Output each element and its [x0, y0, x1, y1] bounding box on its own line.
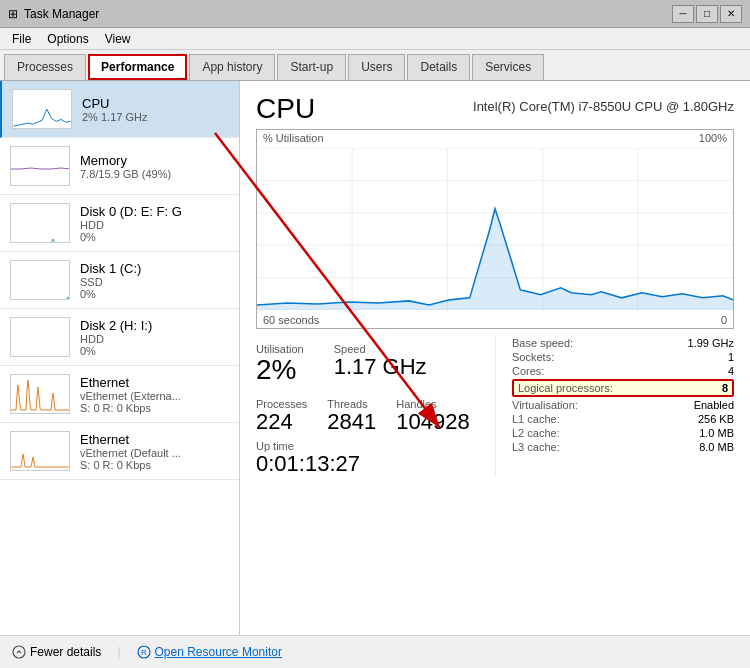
fewer-details-label: Fewer details	[30, 645, 101, 659]
tab-services[interactable]: Services	[472, 54, 544, 80]
processes-label: Processes	[256, 398, 307, 410]
svg-rect-3	[11, 261, 70, 300]
resource-monitor-icon: R	[137, 645, 151, 659]
tab-app-history[interactable]: App history	[189, 54, 275, 80]
threads-label: Threads	[327, 398, 376, 410]
app-icon: ⊞	[8, 7, 18, 21]
minimize-button[interactable]: ─	[672, 5, 694, 23]
logical-processors-value: 8	[722, 382, 728, 394]
disk2-label: Disk 2 (H: I:)	[80, 318, 229, 333]
uptime-value: 0:01:13:27	[256, 452, 479, 476]
tab-users[interactable]: Users	[348, 54, 405, 80]
logical-processors-label: Logical processors:	[518, 382, 613, 394]
svg-rect-0	[14, 90, 71, 128]
l2-cache-label: L2 cache:	[512, 427, 560, 439]
sidebar-item-memory[interactable]: Memory 7.8/15.9 GB (49%)	[0, 138, 239, 195]
sidebar-item-disk2[interactable]: Disk 2 (H: I:) HDD0%	[0, 309, 239, 366]
svg-rect-1	[11, 147, 70, 186]
tab-performance[interactable]: Performance	[88, 54, 187, 80]
svg-marker-17	[257, 209, 733, 310]
disk2-sub: HDD0%	[80, 333, 229, 357]
sidebar: CPU 2% 1.17 GHz Memory 7.8/15.9 GB (49%)	[0, 81, 240, 635]
open-resource-monitor-label: Open Resource Monitor	[155, 645, 282, 659]
chart-x-label: 60 seconds	[263, 314, 319, 326]
eth1-label: Ethernet	[80, 432, 229, 447]
processes-value: 224	[256, 410, 307, 434]
tab-startup[interactable]: Start-up	[277, 54, 346, 80]
disk1-sub: SSD0%	[80, 276, 229, 300]
svg-point-20	[13, 646, 25, 658]
content-area: CPU Intel(R) Core(TM) i7-8550U CPU @ 1.8…	[240, 81, 750, 635]
chart-y-label: % Utilisation	[263, 132, 324, 144]
svg-text:R: R	[141, 648, 147, 657]
l1-cache-label: L1 cache:	[512, 413, 560, 425]
memory-usage: 7.8/15.9 GB (49%)	[80, 168, 229, 180]
tab-bar: Processes Performance App history Start-…	[0, 50, 750, 81]
chart-x-right: 0	[721, 314, 727, 326]
disk0-label: Disk 0 (D: E: F: G	[80, 204, 229, 219]
sidebar-item-disk0[interactable]: Disk 0 (D: E: F: G HDD0%	[0, 195, 239, 252]
eth1-sub: vEthernet (Default ...S: 0 R: 0 Kbps	[80, 447, 229, 471]
close-button[interactable]: ✕	[720, 5, 742, 23]
maximize-button[interactable]: □	[696, 5, 718, 23]
title-bar: ⊞ Task Manager ─ □ ✕	[0, 0, 750, 28]
menu-bar: File Options View	[0, 28, 750, 50]
sidebar-item-disk1[interactable]: Disk 1 (C:) SSD0%	[0, 252, 239, 309]
content-subtitle: Intel(R) Core(TM) i7-8550U CPU @ 1.80GHz	[473, 99, 734, 114]
handles-value: 104928	[396, 410, 469, 434]
app-title: Task Manager	[24, 7, 99, 21]
l2-cache-value: 1.0 MB	[699, 427, 734, 439]
svg-rect-2	[11, 204, 70, 243]
cpu-label: CPU	[82, 96, 229, 111]
l3-cache-label: L3 cache:	[512, 441, 560, 453]
chart-y-max: 100%	[699, 132, 727, 144]
base-speed-value: 1.99 GHz	[688, 337, 734, 349]
cpu-usage: 2% 1.17 GHz	[82, 111, 229, 123]
chevron-icon	[12, 645, 26, 659]
cores-value: 4	[728, 365, 734, 377]
l1-cache-value: 256 KB	[698, 413, 734, 425]
sidebar-item-eth1[interactable]: Ethernet vEthernet (Default ...S: 0 R: 0…	[0, 423, 239, 480]
menu-options[interactable]: Options	[39, 30, 96, 47]
svg-rect-6	[11, 432, 70, 471]
open-resource-monitor-link[interactable]: R Open Resource Monitor	[137, 645, 282, 659]
bottom-bar: Fewer details | R Open Resource Monitor	[0, 635, 750, 667]
memory-label: Memory	[80, 153, 229, 168]
base-speed-label: Base speed:	[512, 337, 573, 349]
menu-file[interactable]: File	[4, 30, 39, 47]
utilisation-value: 2%	[256, 355, 304, 386]
svg-rect-4	[11, 318, 70, 357]
sockets-value: 1	[728, 351, 734, 363]
content-title: CPU	[256, 93, 315, 125]
threads-value: 2841	[327, 410, 376, 434]
handles-label: Handles	[396, 398, 469, 410]
virtualisation-value: Enabled	[694, 399, 734, 411]
eth0-sub: vEthernet (Externa...S: 0 R: 0 Kbps	[80, 390, 229, 414]
speed-value: 1.17 GHz	[334, 355, 427, 379]
tab-details[interactable]: Details	[407, 54, 470, 80]
disk0-sub: HDD0%	[80, 219, 229, 243]
cores-label: Cores:	[512, 365, 544, 377]
eth0-label: Ethernet	[80, 375, 229, 390]
sockets-label: Sockets:	[512, 351, 554, 363]
tab-processes[interactable]: Processes	[4, 54, 86, 80]
l3-cache-value: 8.0 MB	[699, 441, 734, 453]
disk1-label: Disk 1 (C:)	[80, 261, 229, 276]
fewer-details-button[interactable]: Fewer details	[12, 645, 101, 659]
menu-view[interactable]: View	[97, 30, 139, 47]
virtualisation-label: Virtualisation:	[512, 399, 578, 411]
sidebar-item-cpu[interactable]: CPU 2% 1.17 GHz	[0, 81, 239, 138]
cpu-chart: % Utilisation 100% 60	[256, 129, 734, 329]
sidebar-item-eth0[interactable]: Ethernet vEthernet (Externa...S: 0 R: 0 …	[0, 366, 239, 423]
